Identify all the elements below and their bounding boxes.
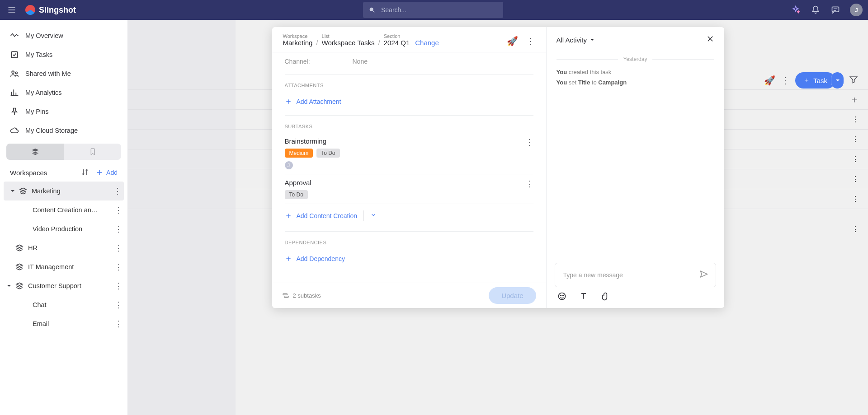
svg-rect-6 [284, 296, 288, 297]
nav-my-analytics[interactable]: My Analytics [0, 83, 127, 102]
workspaces-tab-bookmarks[interactable] [64, 144, 121, 160]
close-button[interactable] [706, 35, 714, 45]
workspace-view-toggle [6, 144, 121, 160]
workspace-child-chat[interactable]: Chat ⋮ [0, 295, 127, 314]
breadcrumb-separator: / [378, 39, 380, 47]
sidebar: My Overview My Tasks Shared with Me My A… [0, 20, 128, 415]
workspace-more-button[interactable]: ⋮ [114, 282, 123, 290]
activity-log-entry: You created this task [557, 69, 714, 75]
subtask-item[interactable]: Brainstorming Medium To Do J ⋮ [285, 133, 533, 174]
nav-my-pins[interactable]: My Pins [0, 102, 127, 121]
workspace-label: IT Management [28, 263, 114, 270]
nav-label: My Overview [25, 32, 63, 39]
brand-mark-icon [25, 5, 35, 15]
brand-name: Slingshot [39, 5, 76, 15]
field-value[interactable]: None [353, 58, 368, 65]
section-subtasks-label: SUBTASKS [285, 124, 533, 129]
workspace-more-button[interactable]: ⋮ [114, 301, 123, 309]
nav-label: My Cloud Storage [25, 127, 78, 134]
add-subtask-dropdown[interactable] [370, 212, 377, 220]
workspace-child-video-production[interactable]: Video Production ⋮ [0, 219, 127, 238]
add-attachment-button[interactable]: Add Attachment [285, 92, 533, 112]
workspace-label: Email [33, 320, 114, 327]
nav-my-cloud-storage[interactable]: My Cloud Storage [0, 121, 127, 140]
subtask-count-label: 2 subtasks [293, 292, 321, 299]
workspace-more-button[interactable]: ⋮ [114, 225, 123, 233]
layers-icon [15, 282, 24, 290]
breadcrumb-value: 2024 Q1 [384, 39, 410, 47]
comments-icon[interactable] [830, 5, 841, 15]
nav-my-tasks[interactable]: My Tasks [0, 45, 127, 64]
breadcrumb-section[interactable]: Section 2024 Q1 [384, 33, 410, 47]
workspace-more-button[interactable]: ⋮ [114, 206, 123, 214]
workspaces-add-button[interactable]: Add [95, 168, 118, 177]
workspace-label: HR [28, 244, 114, 252]
subtask-more-button[interactable]: ⋮ [525, 137, 533, 147]
workspace-label: Content Creation an… [33, 206, 114, 214]
attach-file-button[interactable] [601, 292, 610, 303]
breadcrumb-list[interactable]: List Workspace Tasks [322, 33, 375, 47]
send-button[interactable] [699, 270, 708, 280]
notifications-icon[interactable] [810, 5, 821, 15]
modal-footer: 2 subtasks Update [272, 283, 546, 308]
workspace-item-customer-support[interactable]: Customer Support ⋮ [0, 276, 127, 295]
activity-log: Yesterday You created this task You set … [547, 52, 724, 256]
chevron-down-icon[interactable] [6, 283, 13, 289]
update-button[interactable]: Update [489, 287, 536, 304]
subtask-more-button[interactable]: ⋮ [525, 179, 533, 189]
menu-button[interactable] [5, 4, 18, 16]
workspace-item-hr[interactable]: HR ⋮ [0, 238, 127, 257]
svg-point-8 [560, 295, 561, 296]
workspace-more-button[interactable]: ⋮ [114, 263, 123, 271]
workspace-item-marketing[interactable]: Marketing ⋮ [4, 182, 124, 201]
workspaces-title: Workspaces [10, 169, 47, 177]
format-text-button[interactable] [579, 292, 588, 303]
emoji-button[interactable] [557, 292, 566, 303]
add-subtask-button[interactable]: Add Content Creation [285, 212, 358, 219]
nav-label: My Tasks [25, 51, 52, 58]
layers-icon [19, 187, 27, 195]
add-dependency-button[interactable]: Add Dependency [285, 249, 533, 269]
brand-logo[interactable]: Slingshot [25, 5, 76, 15]
workspace-item-it-management[interactable]: IT Management ⋮ [0, 257, 127, 276]
ai-sparkle-icon[interactable] [790, 5, 801, 15]
workspace-tree: Marketing ⋮ Content Creation an… ⋮ Video… [0, 182, 127, 333]
global-search[interactable] [363, 2, 503, 18]
breadcrumb-value: Marketing [283, 39, 313, 47]
field-channel: Channel: None [285, 52, 533, 70]
workspace-label: Customer Support [28, 282, 114, 289]
activity-filter-dropdown[interactable]: All Activity [557, 36, 595, 44]
modal-body[interactable]: Channel: None ATTACHMENTS Add Attachment… [272, 52, 546, 283]
layers-icon [15, 263, 24, 271]
breadcrumb-label: List [322, 33, 375, 39]
breadcrumb-workspace[interactable]: Workspace Marketing [283, 33, 313, 47]
workspace-more-button[interactable]: ⋮ [113, 187, 122, 195]
subtask-item[interactable]: Approval To Do ⋮ [285, 174, 533, 204]
status-chip[interactable]: To Do [316, 149, 340, 158]
breadcrumb-label: Workspace [283, 33, 313, 39]
rocket-icon[interactable]: 🚀 [507, 36, 518, 47]
svg-point-0 [370, 8, 373, 11]
assignee-avatar[interactable]: J [285, 161, 293, 169]
user-avatar[interactable]: J [850, 4, 863, 16]
workspace-more-button[interactable]: ⋮ [114, 320, 123, 328]
nav-shared-with-me[interactable]: Shared with Me [0, 64, 127, 83]
priority-chip[interactable]: Medium [285, 149, 313, 158]
nav-my-overview[interactable]: My Overview [0, 26, 127, 45]
modal-more-button[interactable]: ⋮ [526, 36, 535, 47]
change-link[interactable]: Change [415, 39, 439, 47]
workspace-more-button[interactable]: ⋮ [114, 244, 123, 252]
task-modal: Workspace Marketing / List Workspace Tas… [272, 27, 724, 308]
subtask-count[interactable]: 2 subtasks [282, 292, 321, 299]
chevron-down-icon[interactable] [10, 188, 16, 194]
workspace-child-email[interactable]: Email ⋮ [0, 314, 127, 333]
status-chip[interactable]: To Do [285, 190, 308, 199]
section-attachments-label: ATTACHMENTS [285, 83, 533, 88]
search-input[interactable] [380, 6, 498, 14]
workspace-child-content-creation[interactable]: Content Creation an… ⋮ [0, 201, 127, 219]
add-label: Add [106, 169, 118, 176]
add-attachment-label: Add Attachment [297, 98, 341, 105]
workspaces-sort-button[interactable] [81, 168, 89, 177]
message-input[interactable] [562, 271, 699, 279]
workspaces-tab-stack[interactable] [6, 144, 64, 160]
